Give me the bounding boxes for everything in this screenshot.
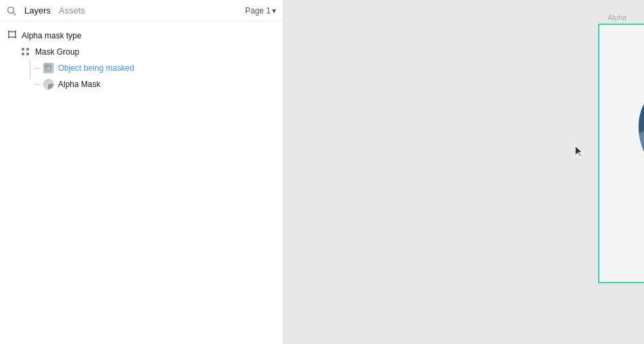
layer-item-object-masked[interactable]: Object being masked xyxy=(26,60,283,76)
heart-svg xyxy=(625,59,644,248)
svg-marker-8 xyxy=(575,146,583,156)
mask-group-label: Mask Group xyxy=(35,47,79,57)
horiz-line-1 xyxy=(34,68,41,69)
frame-label-text: Alpha mask type xyxy=(22,31,82,40)
search-icon[interactable] xyxy=(7,6,16,16)
horiz-line-2 xyxy=(34,84,41,85)
svg-rect-9 xyxy=(625,59,644,248)
object-masked-label: Object being masked xyxy=(58,63,134,73)
page-label: Page 1 xyxy=(245,6,271,16)
layers-list: Alpha mask type Mask Group xyxy=(0,22,283,344)
object-masked-icon xyxy=(43,63,54,74)
cursor-icon xyxy=(574,145,583,159)
page-selector[interactable]: Page 1 ▾ xyxy=(245,6,276,16)
mask-group-wrapper: Mask Group Object being mas xyxy=(16,44,283,92)
canvas-frame-box xyxy=(598,24,644,283)
layer-item-frame[interactable]: Alpha mask type xyxy=(0,27,283,44)
frame-icon xyxy=(7,30,18,41)
layer-item-mask-group[interactable]: Mask Group xyxy=(16,44,283,60)
svg-line-1 xyxy=(14,12,16,15)
left-panel: Layers Assets Page 1 ▾ Alpha mask type xyxy=(0,0,284,344)
layer-item-alpha-mask[interactable]: Alpha Mask xyxy=(26,76,283,92)
alpha-mask-label: Alpha Mask xyxy=(58,80,101,89)
tab-layers[interactable]: Layers xyxy=(24,4,51,17)
mask-group-icon xyxy=(20,47,31,57)
canvas-area: Alpha mask type xyxy=(284,0,644,344)
alpha-mask-icon xyxy=(43,79,54,90)
svg-rect-6 xyxy=(46,65,51,71)
panel-header: Layers Assets Page 1 ▾ xyxy=(0,0,283,22)
tab-assets[interactable]: Assets xyxy=(59,4,85,17)
chevron-down-icon: ▾ xyxy=(272,6,276,16)
children-container: Object being masked Alpha Mask xyxy=(26,60,283,92)
